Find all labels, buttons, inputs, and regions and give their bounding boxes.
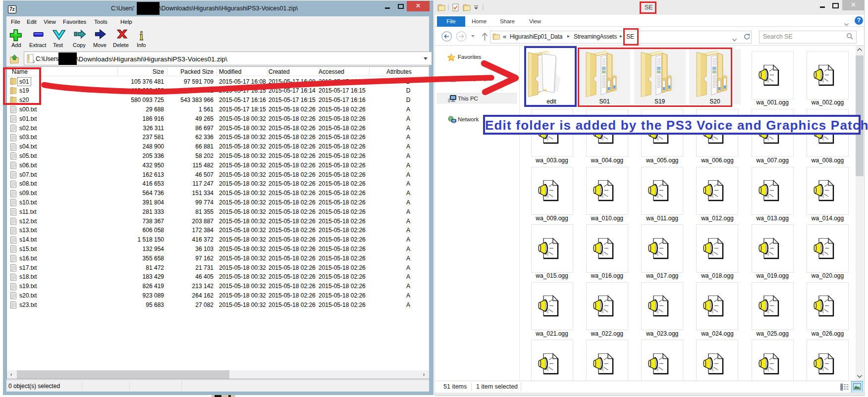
svg-text:i: i bbox=[140, 29, 143, 43]
